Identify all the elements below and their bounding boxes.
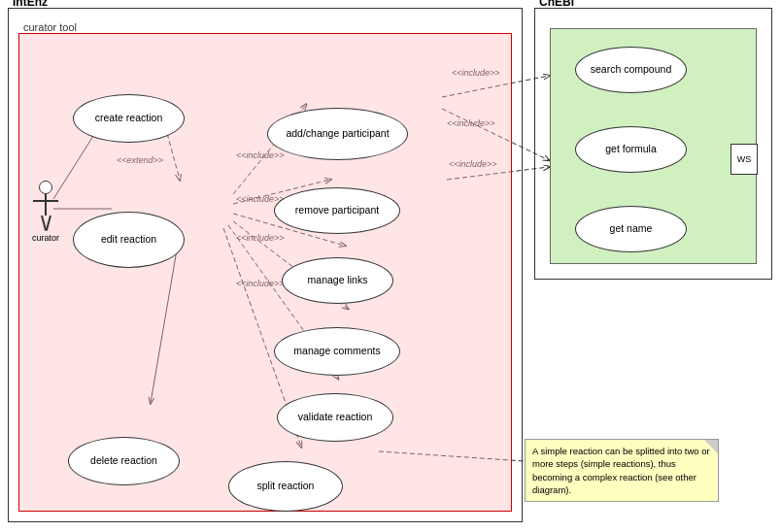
get-name-ellipse: get name [575,206,687,252]
note-box: A simple reaction can be splitted into t… [525,439,719,502]
create-reaction-ellipse: create reaction [73,94,185,143]
diagram: <<extend>> <<include>> <<include>> <<inc… [0,0,781,532]
intenz-label: IntEnz [13,0,48,9]
add-change-participant-ellipse: add/change participant [267,108,408,160]
chebi-inner: search compound get formula get name [550,28,757,264]
actor-arms [33,200,58,202]
validate-reaction-ellipse: validate reaction [277,393,393,442]
actor-body [45,194,47,216]
search-compound-ellipse: search compound [575,47,687,93]
actor-head [39,181,52,194]
get-formula-ellipse: get formula [575,126,687,173]
delete-reaction-ellipse: delete reaction [68,437,180,485]
actor-leg-right [46,216,51,231]
remove-participant-ellipse: remove participant [274,187,400,234]
actor-curator: curator [32,181,59,243]
edit-reaction-ellipse: edit reaction [73,212,185,268]
ws-document: WS [730,144,758,175]
actor-label: curator [32,233,59,243]
intenz-box: IntEnz curator tool create reaction edit… [8,8,523,522]
curator-label: curator tool [23,21,77,33]
actor-legs [41,216,51,231]
chebi-label: ChEBI [539,0,574,9]
manage-links-ellipse: manage links [282,257,393,304]
curator-box: curator tool create reaction edit reacti… [18,33,512,512]
manage-comments-ellipse: manage comments [274,327,400,376]
split-reaction-ellipse: split reaction [228,461,343,512]
